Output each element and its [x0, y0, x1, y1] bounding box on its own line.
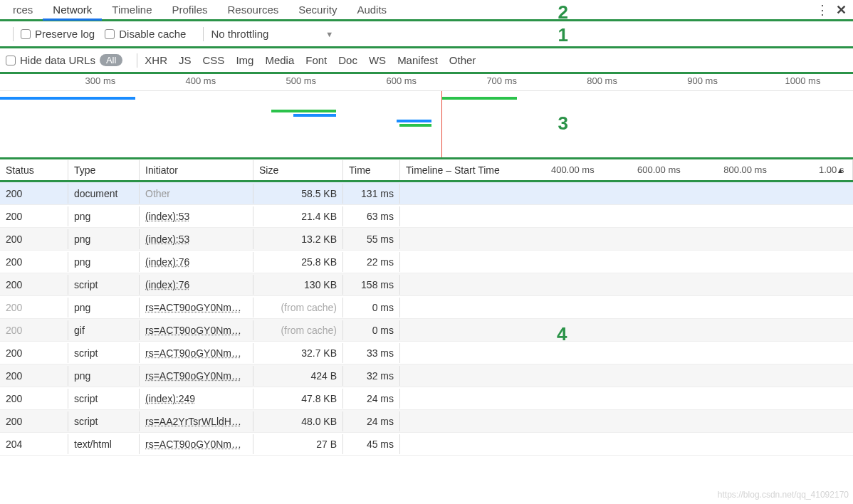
request-row[interactable]: 200png(index):5313.2 KB55 ms — [0, 228, 853, 251]
cell-size: 47.8 KB — [253, 389, 343, 409]
preserve-log-checkbox[interactable]: Preserve log — [21, 28, 95, 40]
request-row[interactable]: 200script(index):76130 KB158 ms — [0, 273, 853, 296]
cell-time: 131 ms — [343, 184, 400, 204]
disable-cache-checkbox[interactable]: Disable cache — [105, 28, 186, 40]
cell-time: 0 ms — [343, 320, 400, 340]
filter-other[interactable]: Other — [449, 54, 476, 66]
filter-js[interactable]: JS — [179, 54, 192, 66]
col-initiator[interactable]: Initiator — [140, 160, 253, 180]
request-row[interactable]: 200pngrs=ACT90oGY0Nm…424 B32 ms — [0, 364, 853, 387]
col-type[interactable]: Type — [68, 160, 140, 180]
request-row[interactable]: 200png(index):5321.4 KB63 ms — [0, 205, 853, 228]
initiator-link[interactable]: rs=ACT90oGY0Nm… — [145, 370, 241, 382]
request-row[interactable]: 200gifrs=ACT90oGY0Nm…(from cache)0 ms — [0, 319, 853, 342]
annotation-4: 4 — [557, 323, 567, 345]
cell-initiator: (index):249 — [140, 389, 253, 409]
cell-initiator: (index):76 — [140, 252, 253, 272]
initiator-link[interactable]: (index):76 — [145, 256, 189, 268]
checkbox-icon — [21, 29, 31, 39]
cell-type: document — [68, 184, 140, 204]
cell-size: 424 B — [253, 366, 343, 386]
filter-img[interactable]: Img — [236, 54, 253, 66]
filter-ws[interactable]: WS — [369, 54, 386, 66]
filter-manifest[interactable]: Manifest — [397, 54, 438, 66]
col-status[interactable]: Status — [0, 160, 68, 180]
request-row[interactable]: 200script(index):24947.8 KB24 ms — [0, 387, 853, 410]
request-row[interactable]: 200documentOther58.5 KB131 ms — [0, 182, 853, 205]
cell-type: png — [68, 206, 140, 226]
initiator-link[interactable]: rs=ACT90oGY0Nm… — [145, 325, 241, 336]
request-row[interactable]: 200pngrs=ACT90oGY0Nm…(from cache)0 ms — [0, 296, 853, 319]
filter-doc[interactable]: Doc — [338, 54, 357, 66]
cell-type: script — [68, 389, 140, 409]
initiator-link[interactable]: (index):53 — [145, 211, 189, 222]
overview-segment — [441, 97, 517, 100]
cell-type: png — [68, 229, 140, 249]
requests-table: Status Type Initiator Size Time Timeline… — [0, 159, 853, 456]
separator — [137, 53, 137, 68]
request-row[interactable]: 200scriptrs=AA2YrTsrWLldH…48.0 KB24 ms — [0, 410, 853, 433]
overview-segment — [271, 110, 337, 112]
initiator-link[interactable]: (index):53 — [145, 233, 189, 245]
request-row[interactable]: 200scriptrs=ACT90oGY0Nm…32.7 KB33 ms — [0, 342, 853, 364]
overview-segment — [0, 97, 135, 100]
overview-segment — [397, 120, 431, 122]
overview-tick: 300 ms — [85, 75, 116, 86]
throttling-value: No throttling — [211, 28, 268, 40]
filter-all-pill[interactable]: All — [100, 54, 122, 66]
initiator-link[interactable]: rs=AA2YrTsrWLldH… — [145, 416, 241, 427]
filter-media[interactable]: Media — [265, 54, 294, 66]
cell-initiator: Other — [140, 184, 253, 204]
initiator-link[interactable]: rs=ACT90oGY0Nm… — [145, 302, 241, 313]
cell-size: (from cache) — [253, 298, 343, 317]
hide-data-urls-checkbox[interactable]: Hide data URLs — [6, 54, 95, 66]
tab-audits[interactable]: Audits — [347, 1, 397, 19]
cell-status: 200 — [0, 184, 68, 204]
cell-status: 200 — [0, 206, 68, 226]
filter-font[interactable]: Font — [305, 54, 327, 66]
cell-type: script — [68, 275, 140, 295]
col-size[interactable]: Size — [253, 160, 343, 180]
devtools-tabs: rcesNetworkTimelineProfilesResourcesSecu… — [0, 0, 853, 21]
cell-type: script — [68, 411, 140, 431]
overview-tick: 600 ms — [386, 75, 417, 86]
initiator-link[interactable]: rs=ACT90oGY0Nm… — [145, 439, 241, 450]
overview-body — [0, 91, 853, 157]
col-time[interactable]: Time — [343, 160, 400, 180]
filter-xhr[interactable]: XHR — [145, 54, 167, 66]
cell-size: 48.0 KB — [253, 411, 343, 431]
annotation-3: 3 — [558, 112, 568, 135]
overview-tick: 800 ms — [587, 75, 617, 86]
cell-initiator: rs=ACT90oGY0Nm… — [140, 298, 253, 317]
watermark: https://blog.csdn.net/qq_41092170 — [718, 490, 849, 500]
cell-size: 27 B — [253, 434, 343, 454]
more-menu-icon[interactable]: ⋮ — [813, 2, 832, 18]
overview-pane[interactable]: 300 ms400 ms500 ms600 ms700 ms800 ms900 … — [0, 74, 853, 159]
tab-resources[interactable]: Resources — [218, 1, 289, 19]
checkbox-icon — [6, 56, 16, 65]
cell-initiator: (index):76 — [140, 275, 253, 295]
cell-initiator: rs=ACT90oGY0Nm… — [140, 434, 253, 454]
cell-type: png — [68, 252, 140, 272]
tab-network[interactable]: Network — [43, 1, 102, 21]
overview-segment — [399, 124, 431, 127]
tab-profiles[interactable]: Profiles — [162, 1, 218, 19]
tab-security[interactable]: Security — [288, 1, 347, 19]
overview-tick: 700 ms — [486, 75, 517, 86]
tab-rces[interactable]: rces — [3, 1, 43, 19]
tab-timeline[interactable]: Timeline — [102, 1, 162, 19]
filter-css[interactable]: CSS — [203, 54, 225, 66]
request-row[interactable]: 200png(index):7625.8 KB22 ms — [0, 251, 853, 273]
initiator-link[interactable]: (index):76 — [145, 279, 189, 290]
initiator-link[interactable]: (index):249 — [145, 393, 195, 404]
cell-time: 33 ms — [343, 343, 400, 363]
cell-size: (from cache) — [253, 320, 343, 340]
cell-size: 13.2 KB — [253, 229, 343, 249]
cell-status: 200 — [0, 252, 68, 272]
cell-status: 200 — [0, 298, 68, 317]
col-timeline[interactable]: Timeline – Start Time 400.00 ms600.00 ms… — [400, 160, 853, 180]
request-row[interactable]: 204text/htmlrs=ACT90oGY0Nm…27 B45 ms — [0, 433, 853, 456]
throttling-select[interactable]: No throttling ▼ — [211, 28, 333, 40]
initiator-link[interactable]: rs=ACT90oGY0Nm… — [145, 347, 241, 359]
close-icon[interactable]: ✕ — [832, 2, 850, 18]
